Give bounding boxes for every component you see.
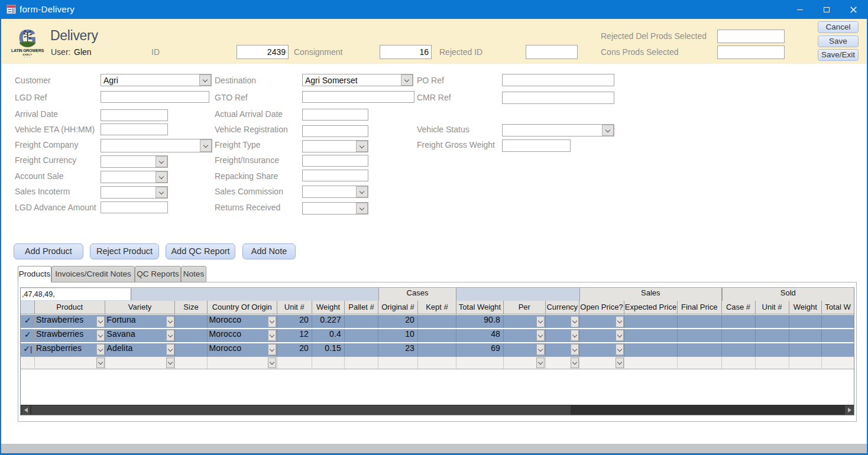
svg-text:• • •: • • •: [24, 56, 31, 58]
svg-text:LATIN GROWERS: LATIN GROWERS: [11, 48, 44, 53]
